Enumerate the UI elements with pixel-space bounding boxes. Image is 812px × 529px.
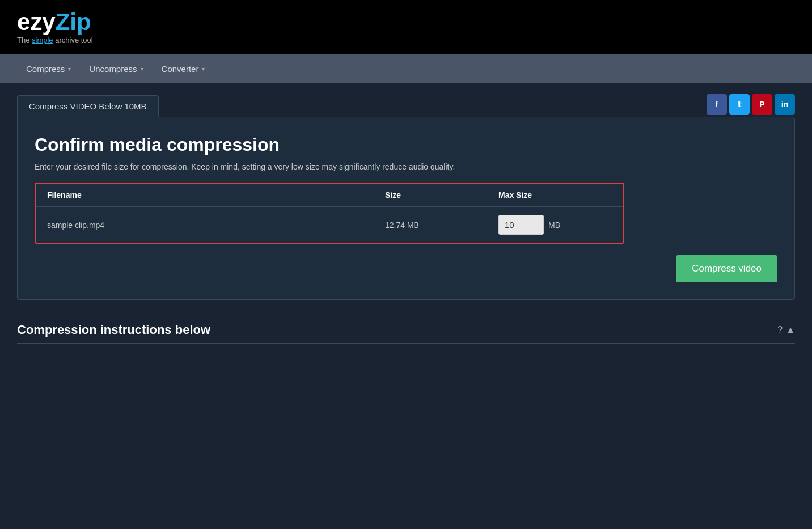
card-title: Confirm media compression (35, 134, 777, 155)
pinterest-button[interactable]: P (752, 94, 772, 115)
file-size: 12.74 MB (385, 221, 498, 230)
file-table: Filename Size Max Size sample clip.mp4 1… (35, 183, 624, 244)
col-size: Size (385, 191, 498, 200)
logo-ezy: ezy (17, 9, 56, 35)
nav-compress-label: Compress (26, 64, 65, 74)
instructions-title: Compression instructions below (17, 323, 210, 337)
table-header: Filename Size Max Size (36, 184, 623, 207)
file-name: sample clip.mp4 (47, 221, 385, 230)
instructions-section: Compression instructions below ? ▲ (0, 323, 812, 344)
facebook-button[interactable]: f (707, 94, 727, 115)
main-content: Compress VIDEO Below 10MB f 𝕥 P in Confi… (0, 83, 812, 311)
logo-zip: Zip (56, 9, 91, 35)
nav-uncompress[interactable]: Uncompress ▾ (80, 54, 152, 83)
max-size-cell: MB (498, 215, 612, 235)
nav-converter-label: Converter (162, 64, 199, 74)
chevron-up-icon: ▲ (786, 325, 795, 335)
social-icons: f 𝕥 P in (707, 94, 795, 117)
navbar: Compress ▾ Uncompress ▾ Converter ▾ (0, 54, 812, 83)
max-size-input[interactable] (498, 215, 544, 235)
table-row: sample clip.mp4 12.74 MB MB (36, 207, 623, 243)
col-max-size: Max Size (498, 191, 612, 200)
active-tab[interactable]: Compress VIDEO Below 10MB (17, 95, 159, 117)
nav-converter[interactable]: Converter ▾ (153, 54, 214, 83)
twitter-button[interactable]: 𝕥 (729, 94, 750, 115)
nav-compress[interactable]: Compress ▾ (17, 54, 80, 83)
logo-tagline: The simple archive tool (17, 36, 93, 44)
main-card: Confirm media compression Enter your des… (17, 117, 795, 300)
col-filename: Filename (47, 191, 385, 200)
nav-uncompress-label: Uncompress (89, 64, 137, 74)
nav-uncompress-arrow: ▾ (141, 66, 143, 72)
mb-label: MB (548, 221, 560, 230)
instructions-toggle[interactable]: ? ▲ (777, 325, 795, 335)
card-description: Enter your desired file size for compres… (35, 162, 777, 171)
tab-bar: Compress VIDEO Below 10MB f 𝕥 P in (17, 94, 795, 117)
logo[interactable]: ezyZip The simple archive tool (17, 10, 93, 44)
site-header: ezyZip The simple archive tool (0, 0, 812, 54)
tab-label: Compress VIDEO Below 10MB (29, 101, 147, 111)
compress-button-label: Compress video (692, 263, 762, 274)
action-row: Compress video (35, 255, 777, 282)
question-mark-icon: ? (777, 325, 783, 335)
instructions-header[interactable]: Compression instructions below ? ▲ (17, 323, 795, 344)
linkedin-button[interactable]: in (775, 94, 795, 115)
compress-button[interactable]: Compress video (676, 255, 777, 282)
nav-compress-arrow: ▾ (68, 66, 71, 72)
nav-converter-arrow: ▾ (202, 66, 205, 72)
